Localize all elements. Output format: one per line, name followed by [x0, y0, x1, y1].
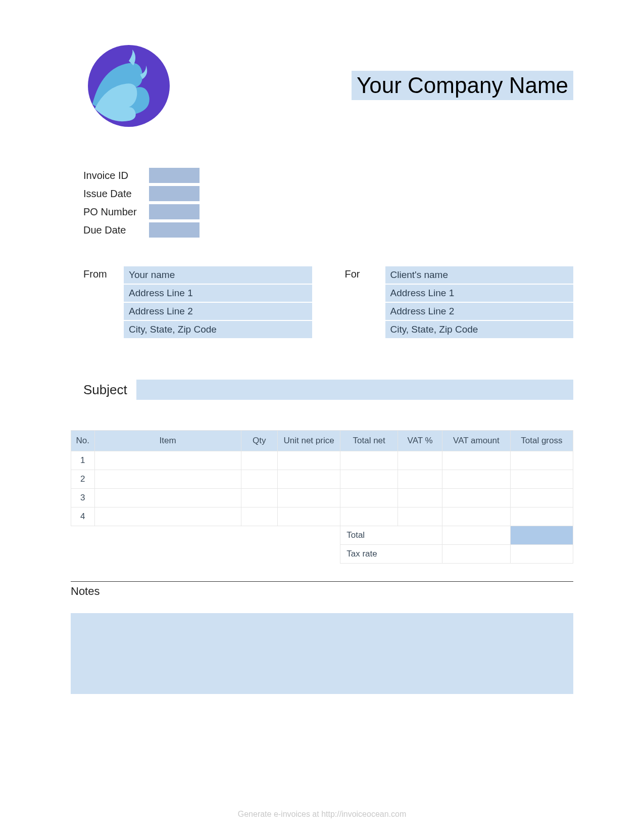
from-name[interactable]: Your name	[124, 266, 312, 284]
po-number-value[interactable]	[149, 204, 200, 219]
cell-gross[interactable]	[510, 470, 573, 489]
notes-divider	[71, 581, 573, 582]
cell-qty[interactable]	[241, 507, 277, 526]
cell-vat[interactable]	[398, 451, 442, 470]
for-address1[interactable]: Address Line 1	[385, 285, 574, 302]
cell-gross[interactable]	[510, 451, 573, 470]
cell-vat[interactable]	[398, 507, 442, 526]
from-label: From	[83, 266, 124, 339]
cell-totalnet[interactable]	[340, 451, 398, 470]
cell-no: 1	[71, 451, 95, 470]
th-unit-net-price: Unit net price	[277, 431, 340, 451]
line-items-table: No. Item Qty Unit net price Total net VA…	[71, 430, 573, 564]
from-party: From Your name Address Line 1 Address Li…	[71, 266, 312, 339]
from-address2[interactable]: Address Line 2	[124, 303, 312, 320]
table-row: 1	[71, 451, 573, 470]
cell-qty[interactable]	[241, 489, 277, 507]
issue-date-label: Issue Date	[83, 188, 149, 200]
tax-rate-vat-amount	[442, 545, 511, 564]
invoice-id-label: Invoice ID	[83, 170, 149, 181]
cell-totalnet[interactable]	[340, 507, 398, 526]
table-row: 3	[71, 489, 573, 507]
for-address2[interactable]: Address Line 2	[385, 303, 574, 320]
tax-rate-gross	[510, 545, 573, 564]
summary-tax-row: Tax rate	[71, 545, 573, 564]
cell-no: 2	[71, 470, 95, 489]
total-label: Total	[340, 526, 442, 545]
th-item: Item	[94, 431, 241, 451]
th-vat-amount: VAT amount	[442, 431, 511, 451]
table-row: 2	[71, 470, 573, 489]
cell-vatamt[interactable]	[442, 507, 511, 526]
issue-date-value[interactable]	[149, 186, 200, 201]
cell-item[interactable]	[94, 489, 241, 507]
tax-rate-label: Tax rate	[340, 545, 442, 564]
th-no: No.	[71, 431, 95, 451]
th-total-net: Total net	[340, 431, 398, 451]
for-label: For	[345, 266, 385, 339]
total-vat-amount	[442, 526, 511, 545]
from-address1[interactable]: Address Line 1	[124, 285, 312, 302]
cell-vat[interactable]	[398, 470, 442, 489]
invoice-id-value[interactable]	[149, 168, 200, 183]
due-date-value[interactable]	[149, 222, 200, 238]
po-number-label: PO Number	[83, 206, 149, 218]
wave-logo-icon	[83, 40, 174, 131]
from-city[interactable]: City, State, Zip Code	[124, 321, 312, 338]
footer-text: Generate e-invoices at http://invoiceoce…	[0, 810, 644, 819]
for-name[interactable]: Client's name	[385, 266, 574, 284]
cell-item[interactable]	[94, 507, 241, 526]
th-total-gross: Total gross	[510, 431, 573, 451]
cell-no: 3	[71, 489, 95, 507]
cell-no: 4	[71, 507, 95, 526]
cell-vatamt[interactable]	[442, 451, 511, 470]
due-date-label: Due Date	[83, 224, 149, 236]
th-qty: Qty	[241, 431, 277, 451]
subject-value[interactable]	[136, 380, 573, 400]
company-name[interactable]: Your Company Name	[352, 71, 573, 100]
cell-unit[interactable]	[277, 470, 340, 489]
cell-unit[interactable]	[277, 451, 340, 470]
summary-total-row: Total	[71, 526, 573, 545]
cell-item[interactable]	[94, 470, 241, 489]
total-gross	[510, 526, 573, 545]
cell-gross[interactable]	[510, 489, 573, 507]
cell-unit[interactable]	[277, 489, 340, 507]
cell-vat[interactable]	[398, 489, 442, 507]
cell-totalnet[interactable]	[340, 489, 398, 507]
invoice-metadata: Invoice ID Issue Date PO Number Due Date	[83, 167, 573, 239]
cell-vatamt[interactable]	[442, 470, 511, 489]
cell-qty[interactable]	[241, 470, 277, 489]
cell-qty[interactable]	[241, 451, 277, 470]
cell-gross[interactable]	[510, 507, 573, 526]
notes-body[interactable]	[71, 613, 573, 694]
for-city[interactable]: City, State, Zip Code	[385, 321, 574, 338]
cell-vatamt[interactable]	[442, 489, 511, 507]
cell-item[interactable]	[94, 451, 241, 470]
cell-totalnet[interactable]	[340, 470, 398, 489]
notes-label: Notes	[71, 585, 573, 598]
subject-label: Subject	[83, 382, 136, 398]
table-row: 4	[71, 507, 573, 526]
th-vat-pct: VAT %	[398, 431, 442, 451]
for-party: For Client's name Address Line 1 Address…	[332, 266, 574, 339]
cell-unit[interactable]	[277, 507, 340, 526]
